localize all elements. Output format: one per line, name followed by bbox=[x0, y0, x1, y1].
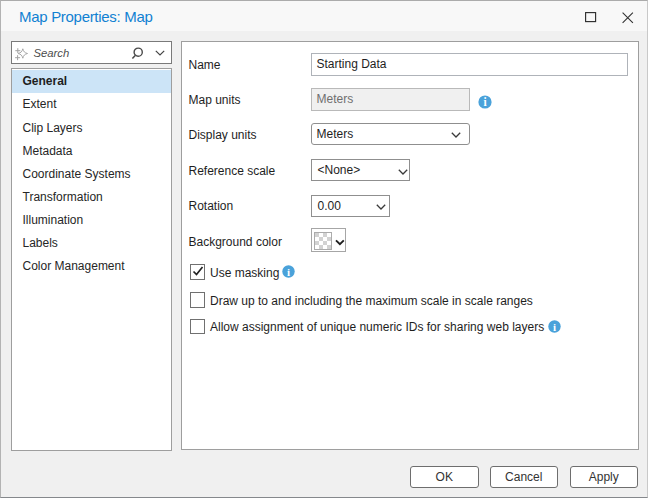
svg-text:i: i bbox=[286, 266, 289, 278]
svg-text:i: i bbox=[552, 320, 555, 332]
